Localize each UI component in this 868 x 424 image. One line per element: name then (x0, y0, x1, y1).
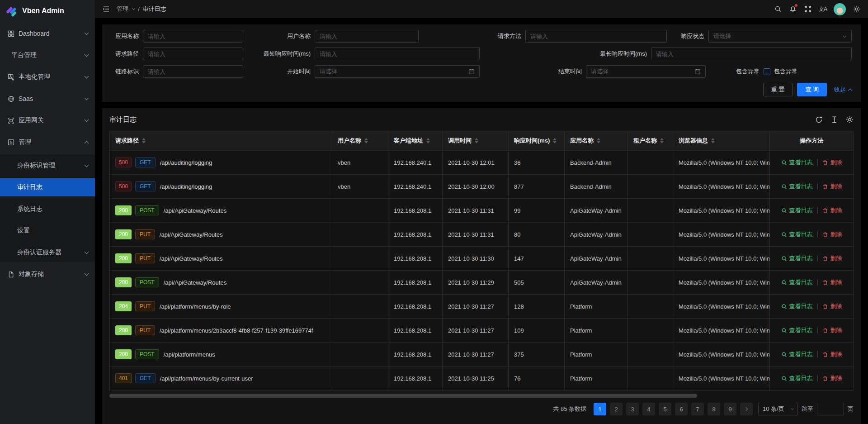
table-row[interactable]: 200POST/api/ApiGateway/Routes192.168.208… (110, 199, 854, 223)
sort-icon[interactable] (597, 138, 600, 143)
app-name-input[interactable] (143, 30, 243, 43)
sidebar-item-localization[interactable]: 本地化管理 (0, 68, 95, 86)
page-button-1[interactable]: 1 (594, 403, 606, 415)
response-time-cell: 128 (509, 295, 565, 319)
delete-button[interactable]: 删除 (822, 278, 842, 286)
sidebar-item-auth-server[interactable]: 身份认证服务器 (0, 243, 95, 262)
request-path-input[interactable] (143, 48, 243, 60)
page-button-7[interactable]: 7 (691, 403, 704, 415)
user-name-input[interactable] (315, 30, 419, 43)
page-button-5[interactable]: 5 (659, 403, 671, 415)
request-method-input[interactable] (525, 30, 667, 43)
page-button-4[interactable]: 4 (642, 403, 655, 415)
view-log-button[interactable]: 查看日志 (781, 350, 813, 358)
view-log-button[interactable]: 查看日志 (781, 206, 813, 214)
table-row[interactable]: 204PUT/api/platform/menus/by-role192.168… (110, 295, 854, 319)
column-header[interactable]: 应用名称 (565, 131, 628, 151)
delete-button[interactable]: 删除 (822, 254, 842, 262)
view-log-button[interactable]: 查看日志 (781, 254, 813, 262)
page-button-3[interactable]: 3 (626, 403, 639, 415)
sort-icon[interactable] (711, 138, 715, 143)
sidebar-item-dashboard[interactable]: Dashboard (0, 24, 95, 43)
table-row[interactable]: 200PUT/api/ApiGateway/Routes192.168.208.… (110, 247, 854, 271)
table-row[interactable]: 500GET/api/auditing/loggingvben192.168.2… (110, 175, 854, 199)
query-button[interactable]: 查 询 (797, 83, 827, 96)
sidebar-item-object-storage[interactable]: 对象存储 (0, 265, 95, 283)
sort-icon[interactable] (475, 138, 478, 143)
column-header[interactable]: 浏览器信息 (673, 131, 770, 151)
sidebar-item-manage[interactable]: 管理 (0, 133, 95, 151)
view-log-button[interactable]: 查看日志 (781, 302, 813, 310)
max-response-time-input[interactable] (651, 48, 852, 60)
sort-icon[interactable] (426, 138, 430, 143)
sidebar-item-saas[interactable]: Saas (0, 90, 95, 108)
sidebar-item-platform[interactable]: 平台管理 (0, 46, 95, 64)
avatar[interactable] (834, 3, 846, 15)
end-time-picker[interactable]: 请选择 (586, 65, 706, 78)
view-log-button[interactable]: 查看日志 (781, 182, 813, 191)
column-header[interactable]: 客户端地址 (388, 131, 443, 151)
sidebar-item-settings[interactable]: 设置 (0, 222, 95, 240)
sort-icon[interactable] (553, 138, 557, 143)
next-page-button[interactable] (740, 403, 753, 415)
table-row[interactable]: 500GET/api/auditing/loggingvben192.168.2… (110, 151, 854, 175)
sidebar-item-audit-log[interactable]: 审计日志 (0, 178, 95, 196)
collapse-filter-link[interactable]: 收起 (834, 86, 852, 94)
chevron-down-icon (85, 96, 89, 100)
view-log-button[interactable]: 查看日志 (781, 158, 813, 167)
sort-icon[interactable] (364, 138, 368, 143)
sidebar-item-gateway[interactable]: 应用网关 (0, 111, 95, 129)
page-button-2[interactable]: 2 (610, 403, 623, 415)
page-button-9[interactable]: 9 (724, 403, 736, 415)
sort-icon[interactable] (660, 138, 664, 143)
table-row[interactable]: 200PUT/api/platform/menus/2b3accf8-4fb8-… (110, 319, 854, 343)
view-log-button[interactable]: 查看日志 (781, 374, 813, 382)
breadcrumb-parent[interactable]: 管理 (117, 5, 128, 13)
delete-button[interactable]: 删除 (822, 374, 842, 382)
delete-button[interactable]: 删除 (822, 206, 842, 214)
fullscreen-icon[interactable] (804, 5, 812, 13)
sidebar-item-system-log[interactable]: 系统日志 (0, 200, 95, 218)
logo[interactable]: Vben Admin (0, 0, 95, 22)
view-log-button[interactable]: 查看日志 (781, 326, 813, 334)
column-header[interactable]: 租户名称 (628, 131, 673, 151)
delete-button[interactable]: 删除 (822, 182, 842, 191)
delete-button[interactable]: 删除 (822, 302, 842, 310)
response-status-select[interactable]: 请选择 (708, 30, 852, 43)
delete-button[interactable]: 删除 (822, 158, 842, 167)
trace-id-input[interactable] (143, 65, 243, 78)
min-response-time-input[interactable] (315, 48, 480, 60)
start-time-picker[interactable]: 请选择 (315, 65, 480, 78)
horizontal-scrollbar[interactable] (109, 394, 697, 398)
column-settings-icon[interactable] (846, 116, 854, 124)
page-button-8[interactable]: 8 (708, 403, 720, 415)
column-header[interactable]: 调用时间 (443, 131, 509, 151)
sort-icon[interactable] (142, 138, 146, 143)
collapse-sidebar-icon[interactable] (102, 5, 110, 13)
refresh-icon[interactable] (815, 116, 823, 124)
table-row[interactable]: 200POST/api/ApiGateway/Routes192.168.208… (110, 271, 854, 295)
delete-button[interactable]: 删除 (822, 230, 842, 238)
search-icon[interactable] (774, 5, 782, 13)
sidebar-item-identity-management[interactable]: 身份标识管理 (0, 157, 95, 175)
request-path: /api/platform/menus/2b3accf8-4fb8-f257-f… (160, 327, 313, 334)
table-row[interactable]: 200PUT/api/ApiGateway/Routes192.168.208.… (110, 223, 854, 247)
table-row[interactable]: 200POST/api/platform/menus192.168.208.12… (110, 343, 854, 367)
view-log-button[interactable]: 查看日志 (781, 278, 813, 286)
view-log-button[interactable]: 查看日志 (781, 230, 813, 238)
table-row[interactable]: 401GET/api/platform/menus/by-current-use… (110, 367, 854, 391)
reset-button[interactable]: 重 置 (763, 83, 793, 96)
bell-icon[interactable] (789, 5, 797, 13)
translate-icon[interactable]: 文A (819, 5, 827, 13)
delete-button[interactable]: 删除 (822, 350, 842, 358)
column-header[interactable]: 响应时间(ms) (509, 131, 565, 151)
include-exception-checkbox[interactable] (764, 68, 770, 75)
column-header[interactable]: 请求路径 (110, 131, 332, 151)
jump-page-input[interactable] (817, 403, 844, 415)
page-button-6[interactable]: 6 (675, 403, 688, 415)
gear-icon[interactable] (853, 5, 861, 13)
row-height-icon[interactable] (830, 116, 838, 124)
column-header[interactable]: 用户名称 (332, 131, 388, 151)
delete-button[interactable]: 删除 (822, 326, 842, 334)
page-size-select[interactable]: 10 条/页 (758, 403, 798, 415)
